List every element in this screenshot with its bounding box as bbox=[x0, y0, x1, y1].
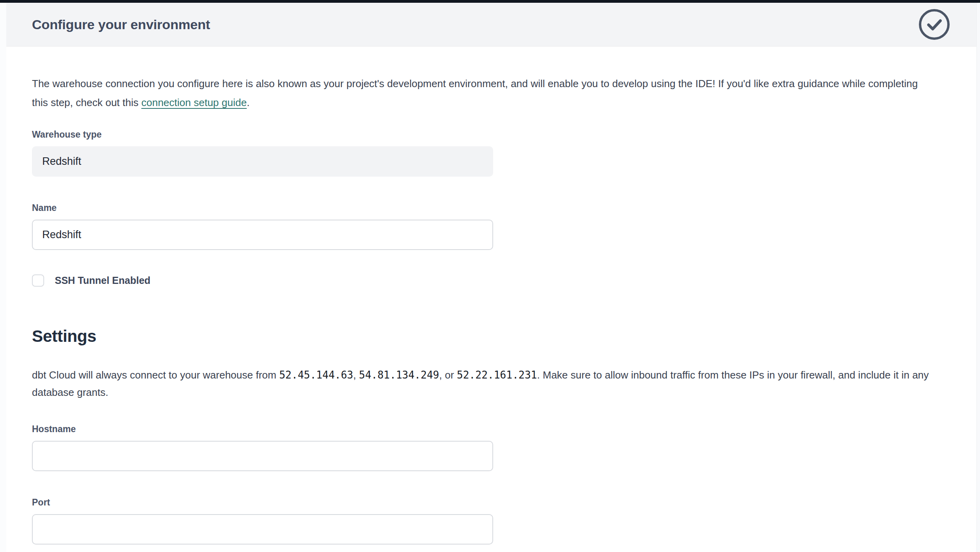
check-circle-icon bbox=[919, 9, 950, 40]
hostname-label: Hostname bbox=[32, 424, 951, 435]
ssh-tunnel-row: SSH Tunnel Enabled bbox=[32, 274, 951, 287]
settings-desc-part1: dbt Cloud will always connect to your wa… bbox=[32, 369, 279, 381]
warehouse-type-select: Redshift bbox=[32, 146, 493, 177]
port-label: Port bbox=[32, 497, 951, 508]
settings-desc-sep2: , or bbox=[439, 369, 457, 381]
ip-address-3: 52.22.161.231 bbox=[457, 369, 537, 381]
name-input[interactable] bbox=[32, 220, 493, 250]
name-field-group: Name bbox=[32, 203, 951, 250]
environment-setup-panel: Configure your environment The warehouse… bbox=[6, 3, 976, 552]
warehouse-type-label: Warehouse type bbox=[32, 129, 951, 140]
warehouse-type-field-group: Warehouse type Redshift bbox=[32, 129, 951, 177]
right-scroll-gutter[interactable] bbox=[976, 3, 980, 552]
settings-heading: Settings bbox=[32, 327, 951, 346]
step-header: Configure your environment bbox=[6, 3, 976, 47]
port-field-group: Port bbox=[32, 497, 951, 545]
hostname-input[interactable] bbox=[32, 441, 493, 471]
name-label: Name bbox=[32, 203, 951, 213]
hostname-field-group: Hostname bbox=[32, 424, 951, 471]
intro-paragraph: The warehouse connection you configure h… bbox=[32, 74, 923, 112]
ssh-tunnel-label: SSH Tunnel Enabled bbox=[55, 275, 151, 286]
port-input[interactable] bbox=[32, 514, 493, 545]
ip-address-1: 52.45.144.63 bbox=[279, 369, 353, 381]
connection-setup-guide-link[interactable]: connection setup guide bbox=[141, 97, 246, 108]
ssh-tunnel-checkbox[interactable] bbox=[32, 274, 44, 287]
settings-desc-sep1: , bbox=[353, 369, 359, 381]
top-border-bar bbox=[0, 0, 980, 3]
left-gutter bbox=[0, 3, 6, 552]
ip-address-2: 54.81.134.249 bbox=[359, 369, 439, 381]
settings-description: dbt Cloud will always connect to your wa… bbox=[32, 366, 950, 401]
intro-text-after-link: . bbox=[247, 97, 250, 108]
page-title: Configure your environment bbox=[32, 17, 210, 32]
step-body: The warehouse connection you configure h… bbox=[6, 47, 976, 545]
